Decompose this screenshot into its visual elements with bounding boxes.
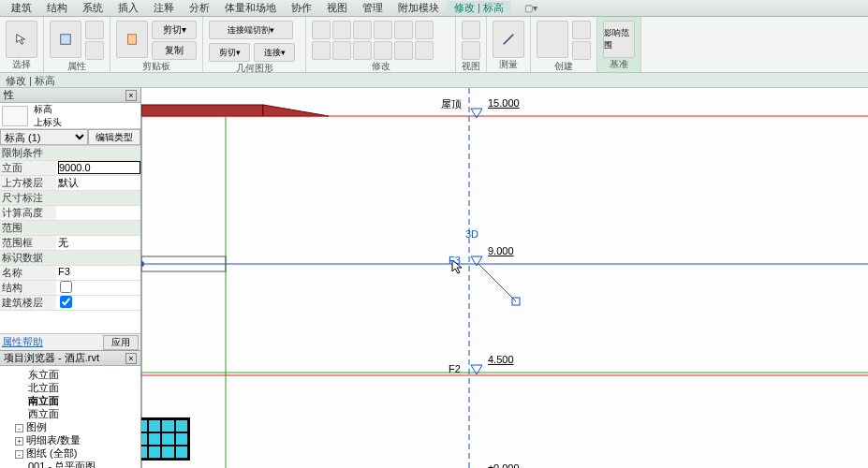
- elevation-input[interactable]: [58, 161, 140, 174]
- level-value[interactable]: 4.500: [488, 354, 514, 365]
- properties-button[interactable]: [50, 21, 81, 58]
- ribbon-button[interactable]: [462, 21, 480, 39]
- ribbon-button[interactable]: [85, 21, 104, 39]
- ribbon-button[interactable]: [85, 41, 104, 60]
- ribbon-group-label: 属性: [50, 60, 104, 73]
- tree-node[interactable]: 东立面: [2, 368, 139, 381]
- close-icon[interactable]: ×: [125, 90, 137, 101]
- menu-item[interactable]: 管理: [355, 1, 390, 15]
- ribbon-group-label: 剪贴板: [116, 60, 197, 73]
- tree-label: 西立面: [28, 408, 59, 419]
- left-panel: 性 × 标高 上标头 标高 (1) 编辑类型 限制条件 立面 上方楼层默认 尺寸…: [0, 88, 141, 468]
- menu-item[interactable]: 注释: [146, 1, 182, 15]
- ribbon-button[interactable]: [374, 41, 392, 60]
- tree-label: 图纸 (全部): [26, 447, 77, 459]
- modify-tool-button[interactable]: [6, 21, 37, 58]
- ribbon-button[interactable]: [332, 41, 351, 60]
- close-icon[interactable]: ×: [125, 353, 137, 364]
- tree-toggle-icon[interactable]: -: [15, 424, 23, 432]
- copy-button[interactable]: 复制: [152, 41, 197, 60]
- menu-item[interactable]: 协作: [284, 1, 319, 15]
- ribbon-group-modify: 修改: [306, 17, 456, 72]
- ribbon-button[interactable]: [415, 41, 434, 60]
- ribbon-group-datum: 影响范围 基准: [597, 17, 641, 72]
- menu-item[interactable]: 视图: [319, 1, 355, 15]
- level-name[interactable]: 屋顶: [441, 97, 462, 111]
- ribbon-button[interactable]: [332, 21, 351, 39]
- tree-toggle-icon[interactable]: -: [15, 450, 23, 459]
- section-extent: 范围: [0, 221, 140, 235]
- ribbon-button[interactable]: [353, 41, 372, 60]
- ribbon-button[interactable]: [374, 21, 392, 39]
- tree-toggle-icon[interactable]: +: [15, 437, 23, 446]
- ribbon-group-geometry: 连接端切割▾ 剪切▾ 连接▾ 几何图形: [203, 17, 306, 72]
- menu-item-active[interactable]: 修改 | 标高: [447, 1, 511, 15]
- create-button[interactable]: [537, 21, 568, 58]
- level-name[interactable]: F2: [449, 363, 461, 374]
- tree-node[interactable]: 北立面: [2, 381, 139, 394]
- tree-node[interactable]: 001 - 总平面图: [2, 460, 139, 468]
- tree-node[interactable]: 南立面: [2, 394, 139, 407]
- ribbon-button[interactable]: [394, 41, 413, 60]
- drawing-canvas[interactable]: 3D 屋顶 15.000 F3 9.000 F2 4.500 ±0.000: [141, 88, 868, 468]
- view-badge: 3D: [465, 228, 478, 240]
- menu-item[interactable]: 插入: [110, 1, 146, 15]
- join-button[interactable]: 连接▾: [254, 43, 295, 62]
- prop-value[interactable]: F3: [56, 266, 140, 280]
- level-value[interactable]: ±0.000: [488, 462, 520, 468]
- ribbon-button[interactable]: [312, 21, 331, 39]
- prop-help-link[interactable]: 属性帮助: [2, 335, 43, 349]
- properties-title-text: 性: [4, 88, 14, 102]
- prop-label: 立面: [0, 161, 56, 175]
- level-value[interactable]: 15.000: [488, 97, 520, 109]
- menu-item[interactable]: 分析: [182, 1, 217, 15]
- tree-label: 001 - 总平面图: [28, 461, 96, 468]
- struct-checkbox[interactable]: [60, 281, 72, 293]
- material-swatch[interactable]: [141, 417, 190, 461]
- paste-button[interactable]: [116, 21, 148, 58]
- ribbon-button[interactable]: [415, 21, 434, 39]
- apply-button[interactable]: 应用: [103, 335, 139, 350]
- ribbon-button[interactable]: [462, 41, 480, 60]
- level-value[interactable]: 9.000: [488, 245, 514, 256]
- edit-type-button[interactable]: 编辑类型: [88, 129, 140, 145]
- menu-item[interactable]: 建筑: [4, 1, 39, 15]
- ribbon-group-measure: 测量: [487, 17, 531, 72]
- menu-item[interactable]: 结构: [39, 1, 75, 15]
- menu-extra[interactable]: ▢▾: [517, 3, 545, 13]
- level-name[interactable]: F3: [449, 255, 461, 266]
- prop-value[interactable]: 默认: [56, 176, 140, 190]
- context-bar: 修改 | 标高: [0, 73, 868, 88]
- cut-button[interactable]: 剪切▾: [152, 21, 197, 39]
- prop-value[interactable]: [56, 206, 140, 220]
- menu-item[interactable]: 体量和场地: [217, 1, 284, 15]
- prop-label: 建筑楼层: [0, 296, 56, 310]
- cut-geo-button[interactable]: 剪切▾: [209, 43, 250, 62]
- ribbon-button[interactable]: [572, 41, 591, 60]
- browser-tree[interactable]: 东立面北立面南立面西立面-图例+明细表/数量-图纸 (全部)001 - 总平面图…: [0, 366, 140, 468]
- ribbon-group-label: 选择: [6, 58, 37, 71]
- ribbon-button[interactable]: [394, 21, 413, 39]
- menu-item[interactable]: 系统: [75, 1, 110, 15]
- building-storey-checkbox[interactable]: [60, 296, 72, 308]
- tree-node[interactable]: 西立面: [2, 407, 139, 420]
- ribbon-button[interactable]: [572, 21, 591, 39]
- type-selector[interactable]: 标高 (1): [0, 129, 88, 145]
- affect-extent-button[interactable]: 影响范围: [603, 21, 635, 58]
- svg-rect-1: [128, 35, 137, 45]
- ribbon-group-view: 视图: [456, 17, 487, 72]
- tree-node[interactable]: +明细表/数量: [2, 433, 139, 446]
- ribbon-button[interactable]: [353, 21, 372, 39]
- ribbon-button[interactable]: [312, 41, 331, 60]
- ribbon: 选择 属性 剪切▾ 复制 剪贴板 连接端切割▾ 剪切▾ 连接▾ 几何图形: [0, 17, 868, 73]
- type-preview[interactable]: 标高 上标头: [0, 103, 140, 129]
- prop-value[interactable]: 无: [56, 236, 140, 250]
- tree-node[interactable]: -图纸 (全部): [2, 446, 139, 460]
- menu-item[interactable]: 附加模块: [390, 1, 447, 15]
- ribbon-group-clipboard: 剪切▾ 复制 剪贴板: [110, 17, 203, 72]
- tree-label: 北立面: [28, 382, 59, 393]
- join-cut-button[interactable]: 连接端切割▾: [209, 21, 293, 39]
- browser-title-text: 项目浏览器 - 酒店.rvt: [4, 351, 99, 365]
- tree-node[interactable]: -图例: [2, 420, 139, 433]
- measure-button[interactable]: [493, 21, 524, 58]
